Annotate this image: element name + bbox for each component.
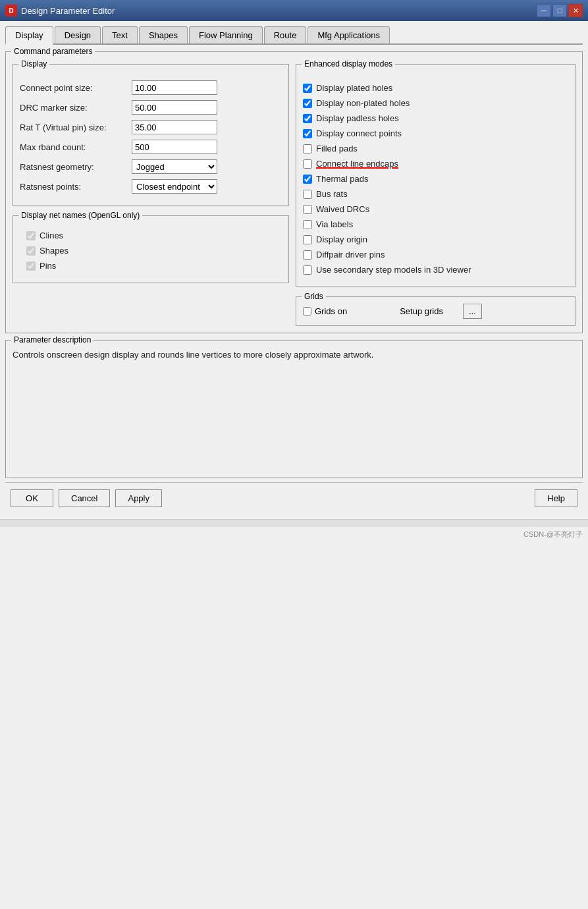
shapes-row: Shapes (26, 246, 282, 256)
max-rband-count-row: Max rband count: (20, 140, 282, 154)
right-column: Enhanced display modes Display plated ho… (296, 61, 575, 326)
tab-shapes[interactable]: Shapes (139, 26, 188, 43)
maximize-button[interactable]: □ (552, 4, 567, 17)
scrollbar[interactable] (0, 519, 588, 527)
shapes-label: Shapes (40, 246, 68, 256)
tab-bar: Display Design Text Shapes Flow Planning… (5, 26, 583, 45)
tab-text[interactable]: Text (102, 26, 138, 43)
drc-marker-size-label: DRC marker size: (20, 103, 132, 113)
bus-rats-label: Bus rats (316, 189, 348, 199)
display-subgroup: Display Connect point size: DRC marker s… (13, 64, 289, 206)
ok-button[interactable]: OK (11, 489, 53, 507)
tab-design[interactable]: Design (55, 26, 101, 43)
drc-marker-size-row: DRC marker size: (20, 100, 282, 115)
display-net-names-label: Display net names (OpenGL only) (18, 211, 142, 220)
connect-point-size-input[interactable] (132, 80, 217, 95)
secondary-step-models-row: Use secondary step models in 3D viewer (303, 265, 568, 275)
display-non-plated-holes-row: Display non-plated holes (303, 98, 568, 108)
display-origin-checkbox[interactable] (303, 235, 312, 244)
ratsnest-points-row: Ratsnest points: Closest endpoint Center (20, 179, 282, 194)
grids-on-label: Grids on (315, 306, 347, 316)
connect-line-endcaps-checkbox[interactable] (303, 159, 312, 169)
bus-rats-row: Bus rats (303, 189, 568, 199)
via-labels-label: Via labels (316, 219, 353, 229)
display-padless-holes-row: Display padless holes (303, 113, 568, 123)
main-content: Display Design Text Shapes Flow Planning… (0, 21, 588, 519)
display-origin-label: Display origin (316, 234, 367, 244)
secondary-step-models-label: Use secondary step models in 3D viewer (316, 265, 471, 275)
tab-flow-planning[interactable]: Flow Planning (189, 26, 263, 43)
param-desc-group: Parameter description Controls onscreen … (5, 340, 583, 478)
tab-route[interactable]: Route (264, 26, 307, 43)
grids-on-checkbox[interactable] (303, 307, 311, 316)
pins-checkbox[interactable] (26, 262, 36, 271)
tab-mfg-applications[interactable]: Mfg Applications (307, 26, 390, 43)
display-non-plated-holes-checkbox[interactable] (303, 99, 312, 108)
display-padless-holes-checkbox[interactable] (303, 114, 312, 123)
display-non-plated-holes-label: Display non-plated holes (316, 98, 410, 108)
display-origin-row: Display origin (303, 234, 568, 244)
window-title: Design Parameter Editor (21, 6, 537, 16)
rat-t-size-input[interactable] (132, 120, 217, 134)
connect-line-endcaps-label: Connect line endcaps (316, 159, 398, 169)
thermal-pads-label: Thermal pads (316, 174, 368, 184)
rat-t-size-label: Rat T (Virtual pin) size: (20, 123, 132, 132)
filled-pads-row: Filled pads (303, 144, 568, 153)
rat-t-size-row: Rat T (Virtual pin) size: (20, 120, 282, 134)
ratsnest-geometry-select[interactable]: Jogged Straight (132, 159, 217, 174)
grids-row: Grids on Setup grids ... (303, 304, 568, 319)
setup-grids-button[interactable]: ... (463, 304, 482, 319)
param-desc-text: Controls onscreen design display and rou… (13, 347, 575, 360)
minimize-button[interactable]: ─ (537, 4, 551, 17)
pins-label: Pins (40, 261, 56, 271)
left-column: Display Connect point size: DRC marker s… (13, 61, 289, 326)
display-net-names-group: Display net names (OpenGL only) Clines S… (13, 215, 289, 283)
connect-point-size-row: Connect point size: (20, 80, 282, 95)
enhanced-display-group: Enhanced display modes Display plated ho… (296, 64, 575, 287)
command-params-label: Command parameters (11, 47, 95, 56)
enhanced-display-label: Enhanced display modes (302, 59, 395, 69)
shapes-checkbox[interactable] (26, 246, 36, 256)
display-plated-holes-checkbox[interactable] (303, 84, 312, 93)
display-connect-points-row: Display connect points (303, 128, 568, 138)
cancel-button[interactable]: Cancel (59, 489, 110, 507)
grids-group: Grids Grids on Setup grids ... (296, 296, 575, 326)
clines-checkbox[interactable] (26, 231, 36, 240)
filled-pads-checkbox[interactable] (303, 144, 312, 153)
thermal-pads-checkbox[interactable] (303, 175, 312, 184)
secondary-step-models-checkbox[interactable] (303, 265, 312, 275)
clines-row: Clines (26, 231, 282, 240)
max-rband-count-input[interactable] (132, 140, 217, 154)
connect-line-endcaps-row: Connect line endcaps (303, 159, 568, 169)
drc-marker-size-input[interactable] (132, 100, 217, 115)
display-plated-holes-row: Display plated holes (303, 83, 568, 93)
diffpair-driver-pins-label: Diffpair driver pins (316, 250, 385, 260)
display-plated-holes-label: Display plated holes (316, 83, 392, 93)
diffpair-driver-pins-checkbox[interactable] (303, 250, 312, 260)
display-connect-points-checkbox[interactable] (303, 129, 312, 138)
tab-display[interactable]: Display (5, 26, 53, 45)
setup-grids-label: Setup grids (400, 306, 443, 316)
via-labels-checkbox[interactable] (303, 220, 312, 229)
two-col-layout: Display Connect point size: DRC marker s… (13, 61, 575, 326)
max-rband-count-label: Max rband count: (20, 142, 132, 152)
command-params-group: Command parameters Display Connect point… (5, 51, 583, 333)
title-bar: D Design Parameter Editor ─ □ ✕ (0, 0, 588, 21)
watermark: CSDN-@不亮灯子 (0, 527, 588, 542)
bus-rats-checkbox[interactable] (303, 190, 312, 199)
connect-point-size-label: Connect point size: (20, 83, 132, 93)
pins-row: Pins (26, 261, 282, 271)
window-controls: ─ □ ✕ (537, 4, 583, 17)
bottom-bar: OK Cancel Apply Help (5, 482, 583, 514)
waived-drcs-checkbox[interactable] (303, 205, 312, 214)
param-desc-label: Parameter description (11, 335, 94, 344)
ratsnest-geometry-row: Ratsnest geometry: Jogged Straight (20, 159, 282, 174)
help-button[interactable]: Help (535, 489, 577, 507)
diffpair-driver-pins-row: Diffpair driver pins (303, 250, 568, 260)
apply-button[interactable]: Apply (115, 489, 162, 507)
ratsnest-points-select[interactable]: Closest endpoint Center (132, 179, 217, 194)
close-button[interactable]: ✕ (568, 4, 583, 17)
clines-label: Clines (40, 231, 63, 240)
display-connect-points-label: Display connect points (316, 128, 402, 138)
display-padless-holes-label: Display padless holes (316, 113, 399, 123)
